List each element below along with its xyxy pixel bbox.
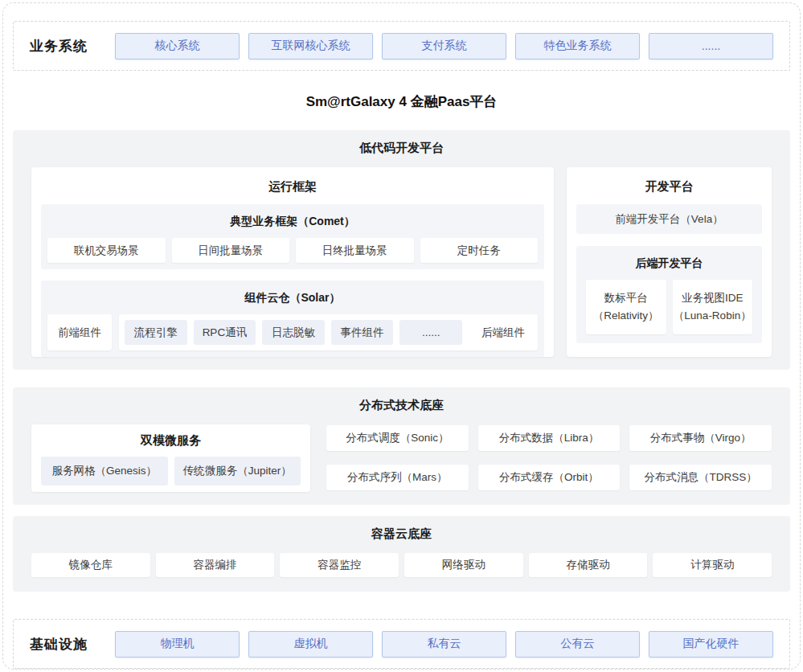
infrastructure-box: 公有云	[515, 631, 640, 658]
infrastructure-box: 私有云	[382, 631, 506, 658]
runtime-framework-card: 运行框架 典型业务框架（Comet） 联机交易场景 日间批量场景 日终批量场景 …	[31, 167, 554, 357]
comet-scenario-box: 定时任务	[420, 238, 539, 263]
luna-robin-ide-box: 业务视图IDE （Luna-Robin）	[673, 280, 753, 334]
runtime-framework-title: 运行框架	[41, 179, 544, 195]
dual-mode-microservice-title: 双模微服务	[41, 433, 301, 449]
relativity-platform-box: 数标平台 （Relativity）	[586, 280, 666, 334]
business-systems-band: 业务系统 核心系统 互联网核心系统 支付系统 特色业务系统 ......	[13, 21, 790, 71]
business-system-box: 特色业务系统	[515, 33, 640, 59]
solar-chip: ......	[399, 320, 462, 345]
lowcode-section-title: 低代码开发平台	[31, 141, 772, 156]
solar-chip: RPC通讯	[194, 320, 256, 345]
distributed-service-box: 分布式数据（Libra）	[478, 425, 621, 451]
comet-scenario-row: 联机交易场景 日间批量场景 日终批量场景 定时任务	[47, 238, 538, 263]
distributed-section: 分布式技术底座 双模微服务 服务网格（Genesis） 传统微服务（Jupite…	[13, 387, 790, 505]
business-system-box: 支付系统	[382, 33, 506, 59]
business-system-box: 互联网核心系统	[248, 33, 373, 59]
luna-robin-ide-name: 业务视图IDE	[682, 289, 744, 307]
solar-chip: 事件组件	[331, 320, 394, 345]
genesis-service-mesh-box: 服务网格（Genesis）	[41, 457, 168, 486]
distributed-service-box: 分布式序列（Mars）	[326, 465, 469, 490]
lowcode-section: 低代码开发平台 运行框架 典型业务框架（Comet） 联机交易场景 日间批量场景…	[13, 130, 790, 370]
comet-framework-title: 典型业务框架（Comet）	[47, 215, 538, 229]
distributed-service-box: 分布式消息（TDRSS）	[629, 465, 772, 490]
business-system-box: 核心系统	[115, 33, 240, 59]
container-cloud-title: 容器云底座	[31, 527, 772, 542]
dev-platform-title: 开发平台	[576, 179, 762, 195]
vela-frontend-platform-box: 前端开发平台（Vela）	[576, 204, 762, 234]
distributed-service-box: 分布式缓存（Orbit）	[478, 465, 621, 490]
solar-chip: 日志脱敏	[262, 320, 325, 345]
container-cloud-box: 计算驱动	[653, 553, 772, 577]
jupiter-microservice-box: 传统微服务（Jupiter）	[174, 457, 301, 486]
relativity-platform-codename: （Relativity）	[593, 307, 659, 325]
solar-chip-strip: 流程引擎 RPC通讯 日志脱敏 事件组件 ...... 后端组件	[119, 314, 538, 350]
distributed-body: 双模微服务 服务网格（Genesis） 传统微服务（Jupiter） 分布式调度…	[31, 424, 772, 492]
container-cloud-box: 容器编排	[156, 553, 275, 577]
solar-component-title: 组件云仓（Solar）	[47, 291, 538, 305]
backend-dev-platform-box: 后端开发平台 数标平台 （Relativity） 业务视图IDE （Luna-R…	[576, 246, 762, 343]
solar-component-box: 组件云仓（Solar） 前端组件 流程引擎 RPC通讯 日志脱敏 事件组件 ..…	[41, 281, 544, 357]
container-cloud-box: 存储驱动	[529, 553, 648, 577]
backend-component-label: 后端组件	[469, 320, 538, 345]
container-cloud-section: 容器云底座 镜像仓库 容器编排 容器监控 网络驱动 存储驱动 计算驱动	[13, 516, 790, 592]
dual-mode-row: 服务网格（Genesis） 传统微服务（Jupiter）	[41, 457, 301, 486]
infrastructure-band: 基础设施 物理机 虚拟机 私有云 公有云 国产化硬件	[13, 619, 790, 669]
solar-component-row: 前端组件 流程引擎 RPC通讯 日志脱敏 事件组件 ...... 后端组件	[47, 314, 538, 350]
container-cloud-row: 镜像仓库 容器编排 容器监控 网络驱动 存储驱动 计算驱动	[31, 553, 772, 577]
distributed-service-box: 分布式事物（Virgo）	[629, 425, 772, 451]
luna-robin-ide-codename: （Luna-Robin）	[674, 307, 752, 325]
infrastructure-box: 虚拟机	[248, 631, 373, 658]
container-cloud-box: 镜像仓库	[31, 553, 150, 577]
frontend-component-box: 前端组件	[47, 314, 112, 350]
distributed-services-grid: 分布式调度（Sonic） 分布式数据（Libra） 分布式事物（Virgo） 分…	[326, 424, 772, 492]
distributed-section-title: 分布式技术底座	[31, 398, 772, 413]
comet-scenario-box: 日终批量场景	[296, 238, 414, 263]
platform-title: Sm@rtGalaxy 4 金融Paas平台	[13, 92, 790, 111]
container-cloud-box: 网络驱动	[404, 553, 523, 577]
comet-scenario-box: 日间批量场景	[172, 238, 290, 263]
relativity-platform-name: 数标平台	[604, 289, 648, 307]
dev-platform-card: 开发平台 前端开发平台（Vela） 后端开发平台 数标平台 （Relativit…	[567, 167, 772, 357]
lowcode-body: 运行框架 典型业务框架（Comet） 联机交易场景 日间批量场景 日终批量场景 …	[31, 167, 772, 357]
comet-scenario-box: 联机交易场景	[47, 238, 166, 263]
business-system-box: ......	[649, 33, 773, 59]
infrastructure-label: 基础设施	[30, 635, 105, 654]
backend-dev-platform-title: 后端开发平台	[583, 256, 756, 271]
architecture-diagram: 业务系统 核心系统 互联网核心系统 支付系统 特色业务系统 ...... Sm@…	[2, 2, 801, 670]
dual-mode-microservice-card: 双模微服务 服务网格（Genesis） 传统微服务（Jupiter）	[31, 424, 310, 492]
backend-platform-row: 数标平台 （Relativity） 业务视图IDE （Luna-Robin）	[583, 280, 756, 334]
infrastructure-box: 物理机	[115, 631, 240, 658]
infrastructure-boxes: 物理机 虚拟机 私有云 公有云 国产化硬件	[115, 631, 773, 658]
solar-chip: 流程引擎	[125, 320, 187, 345]
infrastructure-box: 国产化硬件	[649, 631, 773, 658]
distributed-service-box: 分布式调度（Sonic）	[326, 425, 469, 451]
comet-framework-box: 典型业务框架（Comet） 联机交易场景 日间批量场景 日终批量场景 定时任务	[41, 204, 544, 269]
business-systems-boxes: 核心系统 互联网核心系统 支付系统 特色业务系统 ......	[115, 33, 773, 59]
business-systems-label: 业务系统	[30, 37, 105, 55]
container-cloud-box: 容器监控	[280, 553, 399, 577]
